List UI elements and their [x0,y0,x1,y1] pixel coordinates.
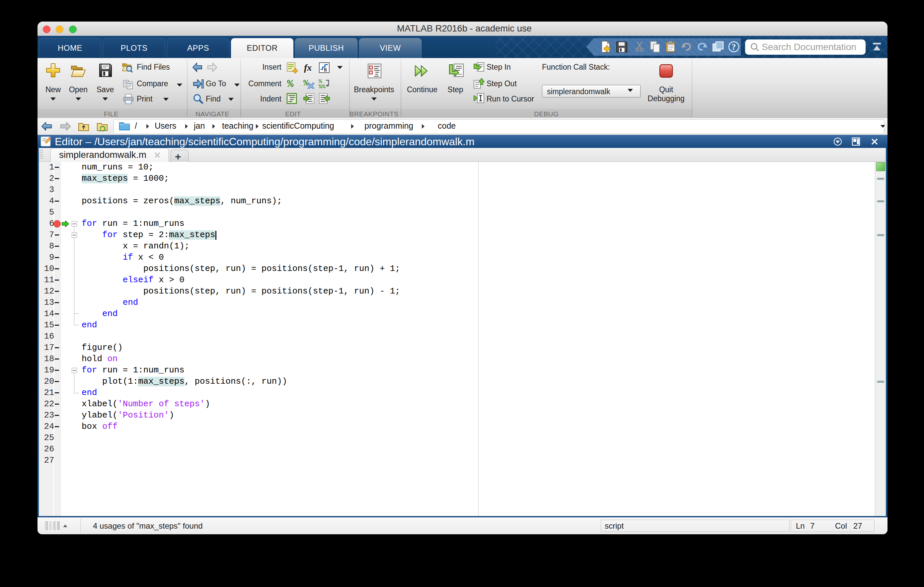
svg-text:fx: fx [304,62,312,72]
svg-text:?: ? [731,42,736,52]
svg-text:fi: fi [324,67,327,72]
svg-text:%: % [287,78,294,89]
svg-text:%%: %% [318,84,326,89]
